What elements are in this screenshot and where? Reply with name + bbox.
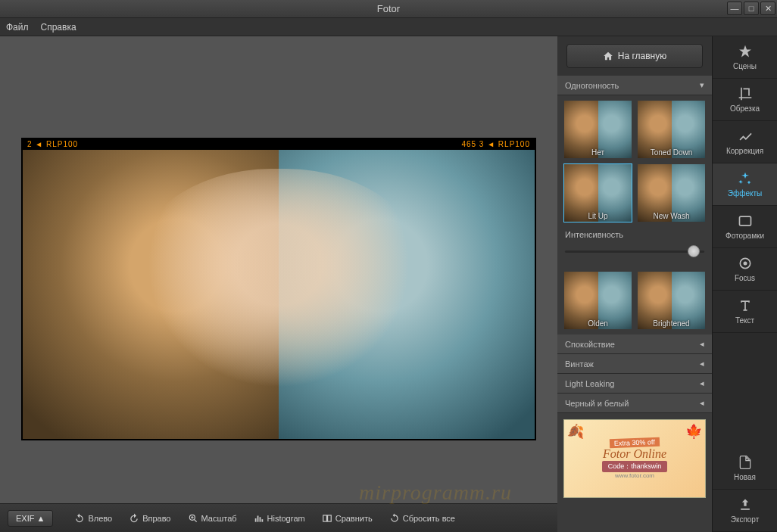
photo-preview[interactable]: 2 ◄ RLP100 465 3 ◄ RLP100 <box>21 138 536 440</box>
close-button[interactable]: ✕ <box>760 2 775 15</box>
promo-banner[interactable]: 🍂 🍁 Extra 30% off Fotor Online Code：than… <box>563 419 706 498</box>
window-controls: — □ ✕ <box>727 2 775 15</box>
category-light-leaking[interactable]: Light Leaking◂ <box>557 374 712 394</box>
side-toolbar: СценыОбрезкаКоррекцияЭффектыФоторамкиFoc… <box>712 36 777 532</box>
side-tool-adjust[interactable]: Коррекция <box>713 121 777 163</box>
home-button[interactable]: На главную <box>566 44 703 68</box>
new-icon <box>738 455 753 470</box>
chevron-left-icon: ◂ <box>700 398 704 408</box>
svg-rect-5 <box>257 515 258 521</box>
maximize-button[interactable]: □ <box>744 2 759 15</box>
intensity-label: Интенсивность <box>565 230 623 239</box>
side-tool-export[interactable]: Экспорт <box>713 490 777 532</box>
titlebar: Fotor — □ ✕ <box>0 0 777 18</box>
canvas-area: 2 ◄ RLP100 465 3 ◄ RLP100 mirprogramm.ru… <box>0 36 557 532</box>
rotate-right-button[interactable]: Вправо <box>123 510 176 527</box>
film-marker-right: 465 3 ◄ RLP100 <box>461 140 530 148</box>
chevron-left-icon: ◂ <box>700 339 704 349</box>
scenes-icon <box>738 44 753 59</box>
reset-button[interactable]: Сбросить все <box>383 510 461 527</box>
menu-file[interactable]: Файл <box>6 22 29 33</box>
category-винтаж[interactable]: Винтаж◂ <box>557 354 712 374</box>
effect-thumb-brightened[interactable]: Brightened <box>637 271 706 330</box>
zoom-button[interactable]: Масштаб <box>182 510 243 527</box>
effects-icon <box>738 171 753 186</box>
category-спокойствие[interactable]: Спокойствие◂ <box>557 334 712 354</box>
effect-thumb-new-wash[interactable]: New Wash <box>637 163 706 222</box>
effect-thumbs-group2: OldenBrightened <box>557 266 712 334</box>
film-marker-left: 2 ◄ RLP100 <box>27 140 78 148</box>
chevron-down-icon: ▾ <box>700 80 704 90</box>
side-tool-new[interactable]: Новая <box>713 447 777 490</box>
menu-help[interactable]: Справка <box>41 22 76 33</box>
effect-thumb-lit-up[interactable]: Lit Up <box>563 163 632 222</box>
focus-icon <box>738 256 753 271</box>
effects-panel: На главную Одногонность▾ НетToned DownLi… <box>557 36 712 532</box>
svg-rect-4 <box>254 518 256 522</box>
crop-icon <box>738 86 753 101</box>
compare-button[interactable]: Сравнить <box>316 510 379 527</box>
frames-icon <box>738 213 753 229</box>
svg-rect-10 <box>739 216 750 226</box>
chevron-left-icon: ◂ <box>700 359 704 369</box>
svg-rect-7 <box>261 519 263 522</box>
adjust-icon <box>738 129 753 144</box>
ad-url: www.fotor.com <box>615 472 654 479</box>
effect-thumb-toned-down[interactable]: Toned Down <box>637 100 706 159</box>
film-markers: 2 ◄ RLP100 465 3 ◄ RLP100 <box>23 139 535 150</box>
category-open[interactable]: Одногонность▾ <box>557 76 712 95</box>
bottom-toolbar: EXIF ▲ Влево Вправо Масштаб Histogram Ср… <box>0 503 557 532</box>
side-tool-effects[interactable]: Эффекты <box>713 163 777 206</box>
svg-rect-6 <box>259 517 261 521</box>
side-tool-text[interactable]: Текст <box>713 291 777 333</box>
side-tool-crop[interactable]: Обрезка <box>713 79 777 121</box>
export-icon <box>738 497 753 512</box>
rotate-left-button[interactable]: Влево <box>68 510 118 527</box>
intensity-control: Интенсивность <box>557 227 712 266</box>
ad-ribbon: Extra 30% off <box>610 437 660 448</box>
menubar: Файл Справка <box>0 18 777 36</box>
chevron-left-icon: ◂ <box>700 378 704 388</box>
svg-rect-9 <box>327 515 331 521</box>
effect-thumbs-group1: НетToned DownLit UpNew Wash <box>557 95 712 227</box>
category-черный-и-белый[interactable]: Черный и белый◂ <box>557 394 712 413</box>
ad-title: Fotor Online <box>603 447 666 461</box>
exif-button[interactable]: EXIF ▲ <box>8 510 53 527</box>
intensity-slider[interactable] <box>565 244 704 259</box>
ad-code: Code：thankswin <box>602 461 668 472</box>
histogram-button[interactable]: Histogram <box>248 510 311 527</box>
side-tool-scenes[interactable]: Сцены <box>713 36 777 79</box>
svg-rect-8 <box>323 515 326 521</box>
image-effect <box>279 150 535 439</box>
effect-thumb-нет[interactable]: Нет <box>563 100 632 159</box>
text-icon <box>738 298 753 313</box>
effect-thumb-olden[interactable]: Olden <box>563 271 632 330</box>
window-title: Fotor <box>377 3 400 14</box>
svg-line-1 <box>194 519 196 521</box>
side-tool-focus[interactable]: Focus <box>713 248 777 291</box>
svg-point-12 <box>743 262 747 266</box>
side-tool-frames[interactable]: Фоторамки <box>713 206 777 248</box>
minimize-button[interactable]: — <box>727 2 742 15</box>
